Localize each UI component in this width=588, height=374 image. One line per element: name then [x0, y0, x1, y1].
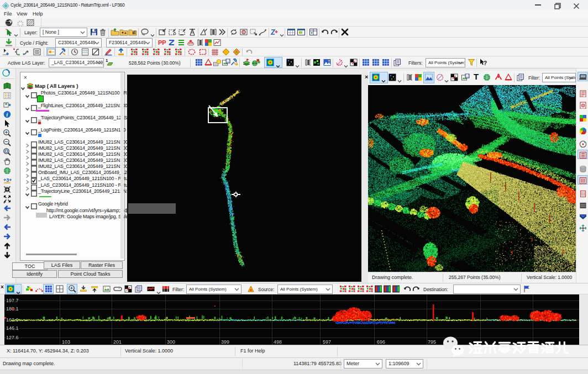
svg-text:1: 1 [106, 58, 108, 63]
svg-text:+3+: +3+ [3, 177, 12, 183]
svg-text:PP: PP [158, 39, 166, 46]
svg-text:T: T [474, 72, 479, 81]
svg-text:?: ? [484, 60, 487, 66]
